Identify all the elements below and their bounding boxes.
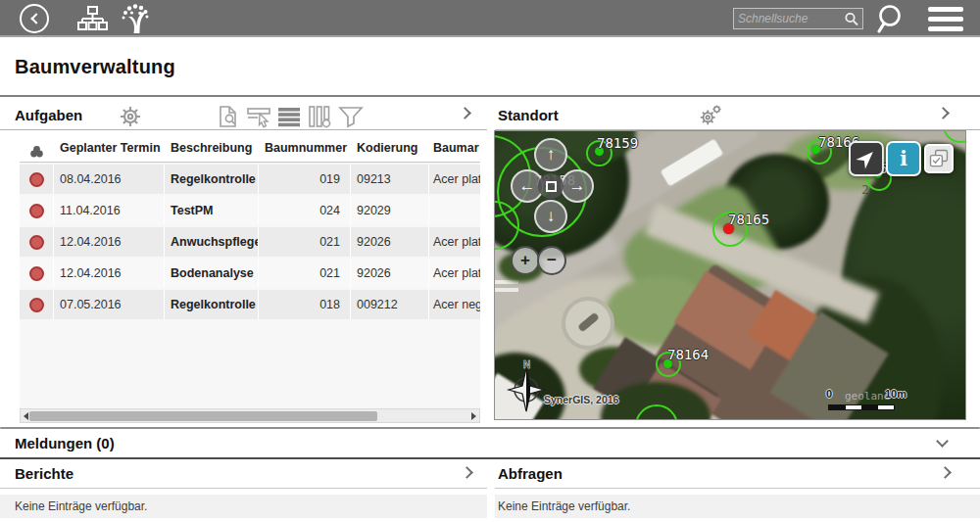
table-row[interactable]: 12.04.2016 Anwuchspflege 021 92026 Acer … bbox=[20, 227, 480, 257]
quick-search-box bbox=[733, 8, 863, 29]
info-tool-button[interactable]: i bbox=[886, 141, 921, 176]
baumnummer-cell: 021 bbox=[259, 227, 351, 257]
standort-expand-chevron-icon[interactable] bbox=[937, 107, 950, 119]
status-column-header[interactable] bbox=[20, 133, 54, 162]
meldungen-collapse-chevron-icon[interactable] bbox=[936, 435, 949, 448]
tree-icon[interactable] bbox=[120, 4, 151, 34]
tree-label: 78159 bbox=[597, 135, 638, 151]
map-attribution: SynerGIS, 2016 bbox=[544, 394, 618, 405]
map-settings-gears-icon[interactable] bbox=[698, 104, 723, 127]
termin-cell: 12.04.2016 bbox=[54, 227, 165, 257]
baumnummer-cell: 019 bbox=[259, 165, 351, 194]
scroll-left-arrow[interactable] bbox=[24, 412, 28, 420]
menu-icon[interactable] bbox=[928, 7, 963, 31]
status-red-dot bbox=[29, 235, 44, 250]
title-divider bbox=[0, 95, 980, 97]
berichte-section-header[interactable]: Berichte bbox=[0, 459, 487, 489]
abfragen-empty-message: Keine Einträge verfügbar. bbox=[495, 495, 980, 518]
select-rows-icon[interactable] bbox=[246, 105, 271, 128]
standort-panel-header: Standort bbox=[495, 99, 980, 130]
column-header-beschreibung[interactable]: Beschreibung bbox=[165, 133, 259, 162]
preview-document-icon[interactable] bbox=[217, 105, 242, 128]
status-cell bbox=[20, 227, 54, 257]
status-red-dot bbox=[29, 172, 44, 187]
zoom-in-button[interactable]: + bbox=[511, 246, 540, 275]
hierarchy-icon[interactable] bbox=[76, 6, 108, 32]
table-row[interactable]: 08.04.2016 Regelkontrolle 019 09213 Acer… bbox=[20, 165, 480, 194]
page-title: Baumverwaltung bbox=[15, 56, 175, 78]
column-settings-icon[interactable] bbox=[307, 105, 332, 128]
status-red-dot bbox=[29, 204, 44, 218]
scrollbar-thumb[interactable] bbox=[29, 411, 377, 421]
center-square-icon bbox=[546, 181, 557, 192]
table-row[interactable]: 07.05.2016 Regelkontrolle 018 009212 Ace… bbox=[20, 290, 480, 319]
horizontal-scrollbar[interactable] bbox=[20, 408, 480, 423]
baumnummer-cell: 018 bbox=[259, 290, 351, 319]
scale-start-label: 0 bbox=[826, 388, 832, 400]
search-icon[interactable] bbox=[844, 12, 859, 27]
abfragen-section-header[interactable]: Abfragen bbox=[495, 459, 980, 489]
top-bar bbox=[0, 0, 980, 37]
meldungen-section-header[interactable]: Meldungen (0) bbox=[0, 429, 980, 457]
status-cell bbox=[20, 196, 54, 225]
back-button[interactable] bbox=[20, 4, 49, 33]
map-watermark-basemap: geoland bbox=[845, 390, 890, 403]
beschreibung-cell: Bodenanalyse bbox=[165, 259, 259, 288]
baumart-cell: Acer platan bbox=[429, 165, 480, 194]
column-header-baumnummer[interactable]: Baumnummer bbox=[259, 133, 351, 162]
termin-cell: 12.04.2016 bbox=[54, 259, 165, 288]
berichte-expand-chevron-icon[interactable] bbox=[461, 466, 473, 479]
aufgaben-title: Aufgaben bbox=[15, 107, 82, 123]
standort-title: Standort bbox=[498, 107, 559, 123]
pan-right-button[interactable]: → bbox=[561, 169, 594, 203]
tree-crown-icon bbox=[29, 145, 44, 159]
table-header-row: Geplanter Termin▲ Beschreibung Baumnumme… bbox=[20, 133, 480, 163]
baumart-cell bbox=[429, 196, 480, 225]
pan-up-button[interactable]: ↑ bbox=[534, 138, 567, 171]
pan-down-button[interactable]: ↓ bbox=[534, 200, 567, 233]
berichte-title: Berichte bbox=[15, 465, 74, 482]
center-map-button[interactable] bbox=[538, 173, 564, 199]
meldungen-title: Meldungen (0) bbox=[15, 435, 115, 451]
scale-end-label: 10m bbox=[885, 388, 906, 400]
baumverwaltung-screen: Baumverwaltung Aufgaben bbox=[0, 0, 980, 522]
canopy-circle bbox=[943, 131, 965, 143]
column-header-termin[interactable]: Geplanter Termin▲ bbox=[54, 133, 165, 162]
termin-cell: 11.04.2016 bbox=[54, 196, 165, 225]
list-view-icon[interactable] bbox=[276, 105, 302, 128]
baumnummer-cell: 024 bbox=[259, 196, 351, 225]
kodierung-cell: 09213 bbox=[351, 165, 429, 194]
column-header-kodierung[interactable]: Kodierung bbox=[351, 133, 429, 162]
status-cell bbox=[20, 290, 54, 319]
beschreibung-cell: Anwuchspflege bbox=[165, 227, 259, 257]
aufgaben-expand-chevron-icon[interactable] bbox=[459, 107, 471, 119]
search-input[interactable] bbox=[738, 9, 841, 28]
layers-icon bbox=[928, 148, 950, 169]
zoom-out-button[interactable]: − bbox=[537, 246, 566, 275]
kodierung-cell: 92026 bbox=[351, 227, 429, 257]
advanced-search-icon[interactable] bbox=[872, 3, 907, 36]
tree-label: 78165 bbox=[728, 212, 769, 227]
chevron-left-icon bbox=[30, 13, 41, 24]
gps-locate-button[interactable] bbox=[849, 141, 884, 176]
settings-gear-icon[interactable] bbox=[118, 105, 143, 128]
table-row[interactable]: 11.04.2016 TestPM 024 92029 bbox=[20, 196, 480, 225]
baumart-cell: Acer platan bbox=[429, 227, 480, 257]
basemap-layers-button[interactable] bbox=[924, 144, 954, 173]
kodierung-cell: 92029 bbox=[351, 196, 429, 225]
kodierung-cell: 009212 bbox=[351, 290, 429, 319]
aufgaben-panel-header: Aufgaben bbox=[0, 99, 487, 130]
beschreibung-cell: TestPM bbox=[165, 196, 259, 225]
baumnummer-cell: 021 bbox=[259, 259, 351, 288]
column-header-baumart[interactable]: Baumart bbox=[429, 133, 480, 162]
baumart-cell: Acer platan bbox=[429, 259, 480, 288]
table-row[interactable]: 12.04.2016 Bodenanalyse 021 92026 Acer p… bbox=[20, 259, 480, 288]
kodierung-cell: 92026 bbox=[351, 259, 429, 288]
filter-funnel-icon[interactable] bbox=[338, 105, 364, 128]
scale-segments bbox=[828, 404, 895, 410]
abfragen-expand-chevron-icon[interactable] bbox=[939, 466, 952, 479]
scroll-right-arrow[interactable] bbox=[471, 412, 476, 420]
standort-map[interactable]: 78159 78158 78166 78167 78165 78164 2014… bbox=[495, 131, 965, 419]
status-cell bbox=[20, 165, 54, 194]
termin-cell: 08.04.2016 bbox=[54, 165, 165, 194]
